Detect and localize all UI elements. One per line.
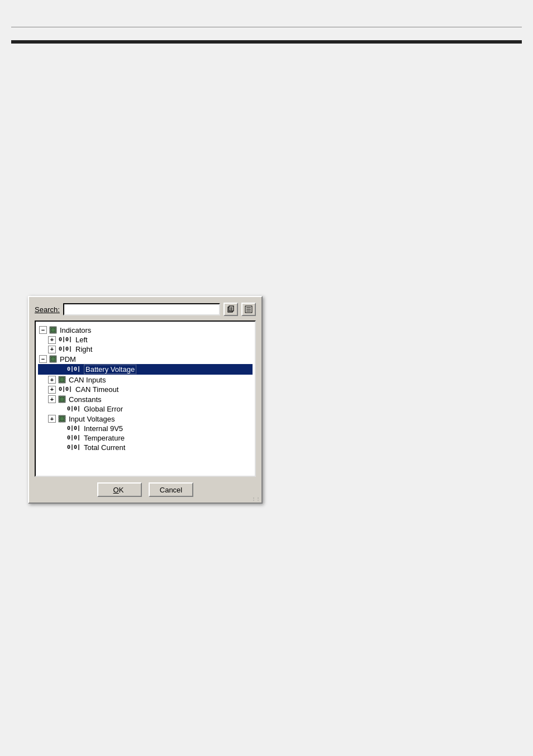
copy-icon (227, 305, 235, 313)
svg-rect-15 (51, 326, 53, 327)
label-constants: Constants (69, 395, 102, 404)
label-left: Left (75, 336, 88, 344)
search-label: Search: (35, 305, 60, 314)
cancel-button[interactable]: Cancel (149, 482, 193, 497)
button-row: OK Cancel (35, 482, 256, 497)
svg-rect-40 (60, 397, 64, 401)
tree-item-indicators[interactable]: − Indicators (38, 325, 253, 335)
search-input[interactable] (63, 303, 220, 315)
signal-icon-total-current: 0|0| (66, 444, 82, 451)
ok-label-rest: K (119, 486, 124, 494)
svg-rect-13 (56, 328, 57, 329)
collapse-pdm[interactable]: − (39, 355, 47, 363)
svg-rect-43 (65, 398, 66, 399)
label-global-error: Global Error (84, 405, 123, 413)
module-icon-pdm (49, 355, 58, 363)
list-icon (245, 305, 253, 313)
expand-can-inputs[interactable]: + (48, 376, 56, 384)
svg-rect-32 (58, 380, 59, 381)
tree-item-constants[interactable]: + Constants (38, 394, 253, 404)
label-can-timeout: CAN Timeout (75, 385, 118, 394)
svg-rect-37 (60, 382, 61, 384)
resize-grip[interactable]: ⋮⋮ (254, 495, 260, 501)
tree-item-total-current[interactable]: 0|0| Total Current (38, 443, 253, 452)
svg-rect-16 (54, 326, 55, 327)
ok-underline: O (113, 486, 119, 494)
svg-rect-24 (56, 360, 57, 361)
copy-icon-button[interactable] (223, 303, 238, 316)
svg-rect-21 (49, 357, 50, 358)
tree-container[interactable]: − Indicators + 0|0| (35, 320, 256, 477)
module-icon-can-inputs (58, 375, 66, 384)
signal-icon-global-error: 0|0| (66, 406, 82, 412)
label-pdm: PDM (60, 355, 76, 363)
signal-icon-right: 0|0| (58, 346, 73, 352)
svg-rect-57 (60, 422, 61, 423)
tree-item-can-inputs[interactable]: + CAN Inputs (38, 375, 253, 385)
label-indicators: Indicators (60, 326, 91, 334)
search-bar: Search: (35, 303, 256, 316)
svg-rect-34 (65, 380, 66, 381)
signal-icon-battery-voltage: 0|0| (66, 366, 82, 372)
svg-rect-56 (63, 415, 64, 416)
list-icon-button[interactable] (241, 303, 256, 316)
expand-left[interactable]: + (48, 336, 56, 344)
svg-rect-47 (60, 402, 61, 403)
module-icon-constants (58, 395, 66, 404)
svg-rect-48 (63, 402, 64, 403)
svg-rect-55 (60, 415, 61, 416)
svg-rect-14 (56, 331, 57, 332)
tree-item-global-error[interactable]: 0|0| Global Error (38, 404, 253, 414)
label-can-inputs: CAN Inputs (69, 376, 106, 384)
label-input-voltages: Input Voltages (69, 415, 115, 423)
signal-icon-internal-9v5: 0|0| (66, 425, 82, 432)
tree-item-input-voltages[interactable]: + Input Voltages (38, 414, 253, 424)
collapse-indicators[interactable]: − (39, 326, 47, 334)
svg-rect-11 (49, 328, 50, 329)
grip-dots: ⋮⋮ (251, 497, 260, 501)
tree-item-temperature[interactable]: 0|0| Temperature (38, 433, 253, 443)
tree-item-left[interactable]: + 0|0| Left (38, 335, 253, 344)
svg-rect-53 (65, 417, 66, 418)
tree-item-battery-voltage[interactable]: 0|0| Battery Voltage (38, 364, 253, 375)
expand-input-voltages[interactable]: + (48, 415, 56, 423)
expand-constants[interactable]: + (48, 395, 56, 403)
signal-icon-left: 0|0| (58, 337, 73, 343)
tree-item-can-timeout[interactable]: + 0|0| CAN Timeout (38, 385, 253, 394)
svg-rect-23 (56, 357, 57, 358)
expand-can-timeout[interactable]: + (48, 386, 56, 394)
top-thin-line (11, 27, 522, 27)
svg-rect-50 (60, 417, 64, 421)
svg-rect-26 (54, 355, 55, 356)
cancel-label: Cancel (160, 486, 182, 494)
svg-rect-17 (51, 333, 53, 334)
svg-rect-27 (51, 362, 53, 363)
svg-rect-22 (49, 360, 50, 361)
top-thick-line (11, 40, 522, 44)
svg-rect-42 (58, 400, 59, 401)
svg-rect-35 (60, 376, 61, 377)
svg-rect-46 (63, 395, 64, 396)
svg-rect-12 (49, 331, 50, 332)
svg-rect-33 (65, 378, 66, 379)
svg-rect-41 (58, 398, 59, 399)
dialog: Search: − (28, 296, 263, 504)
tree-item-right[interactable]: + 0|0| Right (38, 344, 253, 354)
module-icon-input-voltages (58, 414, 66, 423)
tree-item-pdm[interactable]: − PDM (38, 354, 253, 364)
svg-rect-52 (58, 419, 59, 420)
svg-rect-30 (60, 377, 64, 382)
expand-right[interactable]: + (48, 346, 56, 353)
signal-icon-temperature: 0|0| (66, 435, 82, 441)
label-battery-voltage: Battery Voltage (84, 365, 136, 374)
svg-rect-36 (63, 376, 64, 377)
label-temperature: Temperature (84, 434, 125, 442)
ok-button[interactable]: OK (97, 482, 142, 497)
label-right: Right (75, 345, 92, 353)
svg-rect-28 (54, 362, 55, 363)
svg-rect-18 (54, 333, 55, 334)
svg-rect-10 (51, 328, 55, 332)
label-internal-9v5: Internal 9V5 (84, 424, 123, 433)
svg-rect-54 (65, 419, 66, 420)
tree-item-internal-9v5[interactable]: 0|0| Internal 9V5 (38, 424, 253, 433)
